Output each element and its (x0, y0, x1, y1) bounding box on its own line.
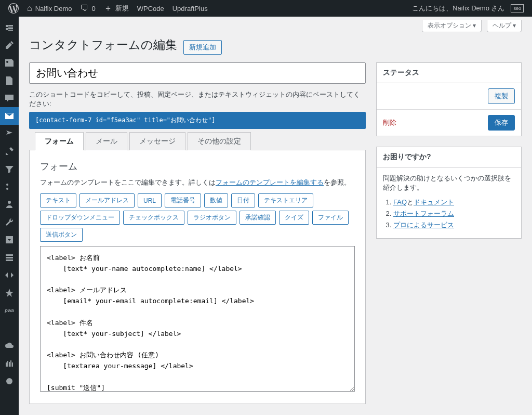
code-icon[interactable] (0, 266, 19, 284)
settings-import-icon[interactable] (0, 231, 19, 249)
comment-count: 0 (91, 5, 95, 12)
editor-description: フォームのテンプレートをここで編集できます。詳しくはフォームのテンプレートを編集… (40, 178, 355, 187)
save-button[interactable]: 保存 (488, 115, 515, 131)
tag-button[interactable]: クイズ (279, 211, 309, 225)
comment-icon: 🗨 (80, 4, 88, 13)
status-title: ステータス (377, 63, 521, 83)
faq-link[interactable]: FAQ (393, 198, 407, 206)
tools-icon[interactable] (0, 213, 19, 231)
home-icon: ⌂ (27, 4, 32, 13)
plus-icon: ＋ (104, 3, 112, 14)
site-link[interactable]: ⌂ Naifix Demo (23, 0, 76, 17)
help-button[interactable]: ヘルプ ▾ (487, 20, 522, 32)
delete-link[interactable]: 削除 (383, 118, 396, 127)
contact-icon[interactable] (0, 107, 19, 125)
editor-section-title: フォーム (40, 160, 355, 173)
duplicate-button[interactable]: 複製 (488, 88, 515, 104)
comments-link[interactable]: 🗨 0 (76, 0, 99, 17)
new-label: 新規 (115, 4, 129, 13)
status-box: ステータス 複製 削除 保存 (376, 62, 522, 136)
form-title-input[interactable] (29, 62, 366, 84)
star-icon[interactable] (0, 284, 19, 302)
tag-button[interactable]: 承諾確認 (240, 211, 276, 225)
appearance-icon[interactable] (0, 142, 19, 160)
tag-button[interactable]: 日付 (231, 193, 255, 208)
settings-list-icon[interactable] (0, 249, 19, 266)
toolbar-item[interactable]: WPCode (133, 0, 168, 17)
add-new-button[interactable]: 新規追加 (183, 40, 222, 55)
tag-button[interactable]: 送信ボタン (40, 228, 83, 242)
admin-sidebar: pwa (0, 17, 19, 414)
dashboard-icon[interactable] (0, 19, 19, 36)
help-box: お困りですか? 問題解決の助けとなるいくつかの選択肢を紹介します。 FAQとドキ… (376, 147, 522, 239)
tag-button[interactable]: チェックボックス (123, 211, 184, 225)
tag-button[interactable]: 電話番号 (165, 193, 201, 208)
editor-tabs: フォーム メール メッセージ その他の設定 (35, 132, 365, 150)
avatar-badge: seo (511, 4, 524, 12)
tab-form[interactable]: フォーム (35, 132, 84, 150)
help-item-support: サポートフォーラム (393, 209, 515, 218)
cloud-icon[interactable] (0, 337, 19, 355)
support-link[interactable]: サポートフォーラム (393, 210, 454, 217)
cut-icon[interactable] (0, 178, 19, 196)
tab-other[interactable]: その他の設定 (188, 132, 251, 150)
tab-mail[interactable]: メール (86, 132, 127, 150)
tag-button[interactable]: ラジオボタン (188, 211, 236, 225)
greeting-text: こんにちは、Naifix Demo さん (412, 4, 504, 13)
screen-options-button[interactable]: 表示オプション ▾ (422, 20, 482, 32)
admin-toolbar: ⌂ Naifix Demo 🗨 0 ＋ 新規 WPCodeUpdraftPlus… (0, 0, 532, 17)
form-template-textarea[interactable] (40, 246, 355, 392)
page-title: コンタクトフォームの編集 (29, 32, 177, 55)
comments-icon[interactable] (0, 89, 19, 107)
pwa-icon[interactable]: pwa (0, 302, 19, 319)
pages-icon[interactable] (0, 72, 19, 89)
building-icon[interactable] (0, 355, 19, 372)
shortcode-box[interactable]: [contact-form-7 id="f5ea3ac" title="お問い合… (29, 112, 366, 129)
filter-icon[interactable] (0, 160, 19, 178)
pro-link[interactable]: プロによるサービス (393, 221, 454, 229)
generic-1-icon[interactable] (0, 125, 19, 142)
refresh-icon[interactable] (0, 372, 19, 390)
snow-icon[interactable] (0, 319, 19, 337)
users-icon[interactable] (0, 196, 19, 213)
tag-button[interactable]: URL (138, 193, 162, 208)
desc-pre: フォームのテンプレートをここで編集できます。詳しくは (40, 178, 216, 186)
tag-button[interactable]: メールアドレス (79, 193, 135, 208)
tab-messages[interactable]: メッセージ (129, 132, 185, 150)
site-name: Naifix Demo (35, 5, 72, 12)
posts-icon[interactable] (0, 36, 19, 54)
greeting[interactable]: こんにちは、Naifix Demo さん seo (408, 0, 528, 17)
tag-button[interactable]: テキストエリア (258, 193, 313, 208)
help-item-pro: プロによるサービス (393, 221, 515, 230)
shortcode-hint: このショートコードをコピーして、投稿、固定ページ、またはテキストウィジェットの内… (29, 90, 366, 109)
tag-button[interactable]: 数値 (204, 193, 228, 208)
template-help-link[interactable]: フォームのテンプレートを編集する (216, 178, 324, 186)
docs-link[interactable]: ドキュメント (414, 198, 454, 206)
tag-generators: テキストメールアドレスURL電話番号数値日付テキストエリアドロップダウンメニュー… (40, 193, 355, 242)
tag-button[interactable]: ドロップダウンメニュー (40, 211, 120, 225)
help-intro: 問題解決の助けとなるいくつかの選択肢を紹介します。 (383, 174, 515, 192)
tag-button[interactable]: テキスト (40, 193, 76, 208)
media-icon[interactable] (0, 54, 19, 72)
tag-button[interactable]: ファイル (312, 211, 349, 225)
toolbar-item[interactable]: UpdraftPlus (168, 0, 212, 17)
wp-logo-icon[interactable] (4, 0, 23, 17)
desc-post: を参照。 (324, 178, 351, 186)
new-content[interactable]: ＋ 新規 (100, 0, 133, 17)
help-title: お困りですか? (377, 147, 521, 167)
help-item-faq: FAQとドキュメント (393, 198, 515, 207)
